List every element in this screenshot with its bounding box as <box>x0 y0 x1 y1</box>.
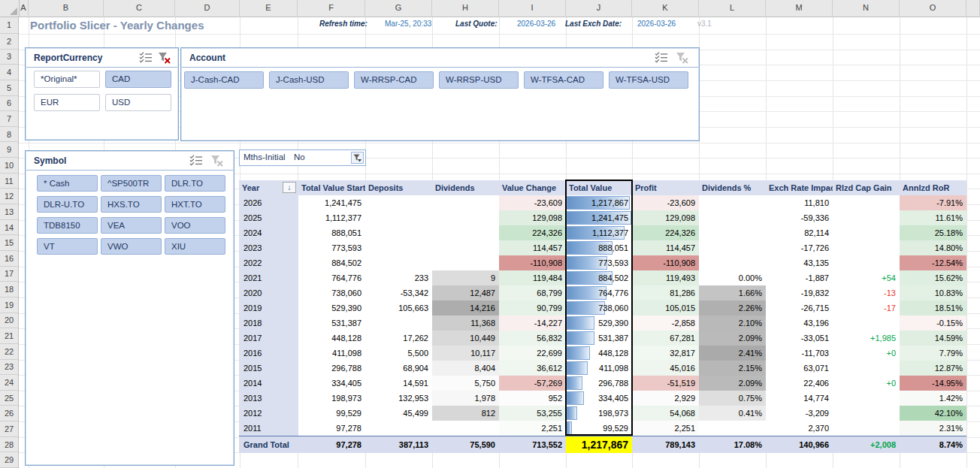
pivot-cell-rc-2026[interactable] <box>833 195 900 210</box>
slicer-item--cash[interactable]: * Cash <box>37 175 98 192</box>
row-header-28[interactable]: 28 <box>0 437 18 453</box>
row-header-3[interactable]: 3 <box>0 50 18 65</box>
pivot-cell-dep-2018[interactable] <box>365 316 432 331</box>
slicer-item-dlr-to[interactable]: DLR.TO <box>165 175 225 192</box>
pivot-cell-tv-2025[interactable]: 1,241,475 <box>566 210 632 225</box>
pivot-cell-div-2016[interactable]: 10,117 <box>432 346 499 361</box>
column-header-C[interactable]: C <box>104 0 175 16</box>
row-header-14[interactable]: 14 <box>0 220 18 236</box>
pivot-cell-rc-2023[interactable] <box>833 240 900 255</box>
pivot-cell-ror-2024[interactable]: 25.18% <box>900 225 966 240</box>
pivot-cell-rc-2018[interactable] <box>833 316 900 331</box>
pivot-cell-dp-2013[interactable]: 0.75% <box>699 391 766 406</box>
column-header-K[interactable]: K <box>632 0 699 16</box>
slicer-item--original-[interactable]: *Original* <box>34 71 100 88</box>
pivot-cell-tv-2024[interactable]: 1,112,377 <box>566 225 632 240</box>
pivot-cell-pr-2026[interactable]: -23,609 <box>632 195 699 210</box>
slicer-item-vwo[interactable]: VWO <box>101 238 162 255</box>
pivot-cell-rc-2013[interactable] <box>833 391 900 406</box>
pivot-column-header-dep[interactable]: Deposits <box>365 180 432 195</box>
pivot-cell-vc-2020[interactable]: 68,799 <box>499 285 566 300</box>
pivot-cell-pr-2018[interactable]: -2,858 <box>632 316 699 331</box>
pivot-cell-div-2023[interactable] <box>432 240 499 255</box>
pivot-cell-tvs-2015[interactable]: 296,788 <box>298 361 365 376</box>
slicer-item-w-tfsa-usd[interactable]: W-TFSA-USD <box>609 71 688 89</box>
clear-filter-icon-disabled[interactable] <box>676 52 690 65</box>
pivot-cell-tv-2017[interactable]: 531,387 <box>566 331 632 346</box>
pivot-cell-div-2021[interactable]: 9 <box>432 270 499 285</box>
pivot-cell-year-2015[interactable]: 2015 <box>239 361 298 376</box>
pivot-cell-vc-2019[interactable]: 90,799 <box>499 300 566 316</box>
pivot-cell-tvs-2014[interactable]: 334,405 <box>298 376 365 391</box>
pivot-cell-year-2018[interactable]: 2018 <box>239 316 298 331</box>
row-header-20[interactable]: 20 <box>0 313 18 329</box>
pivot-cell-div-2019[interactable]: 14,216 <box>432 300 499 316</box>
pivot-cell-div-2022[interactable] <box>432 255 499 270</box>
slicer-item-usd[interactable]: USD <box>105 94 171 111</box>
row-header-22[interactable]: 22 <box>0 344 18 360</box>
pivot-cell-dp-2019[interactable]: 2.26% <box>699 300 766 316</box>
pivot-cell-vc-2015[interactable]: 36,612 <box>499 361 566 376</box>
pivot-cell-div-2018[interactable]: 11,368 <box>432 316 499 331</box>
pivot-cell-dp-2011[interactable] <box>699 421 766 436</box>
row-header-5[interactable]: 5 <box>0 80 18 96</box>
pivot-cell-dp-2025[interactable] <box>699 210 766 225</box>
pivot-cell-dp-2021[interactable]: 0.00% <box>699 270 766 285</box>
column-header-O[interactable]: O <box>900 0 966 16</box>
pivot-column-header-rc[interactable]: Rlzd Cap Gain <box>833 180 900 195</box>
pivot-cell-div-2017[interactable]: 10,449 <box>432 331 499 346</box>
pivot-cell-tv-2015[interactable]: 411,098 <box>566 361 632 376</box>
pivot-cell-year-2024[interactable]: 2024 <box>239 225 298 240</box>
pivot-cell-ex-2019[interactable]: -26,715 <box>766 300 833 316</box>
pivot-cell-year-2026[interactable]: 2026 <box>239 195 298 210</box>
pivot-cell-ex-2025[interactable]: -59,336 <box>766 210 833 225</box>
pivot-cell-grand-total-div[interactable]: 75,590 <box>432 436 499 453</box>
pivot-cell-pr-2025[interactable]: 129,098 <box>632 210 699 225</box>
pivot-cell-tvs-2026[interactable]: 1,241,475 <box>298 195 365 210</box>
pivot-cell-tv-2022[interactable]: 773,593 <box>566 255 632 270</box>
pivot-cell-grand-total-ror[interactable]: 8.74% <box>900 436 966 453</box>
pivot-cell-rc-2015[interactable] <box>833 361 900 376</box>
pivot-cell-dep-2019[interactable]: 105,663 <box>365 300 432 316</box>
row-header-2[interactable]: 2 <box>0 34 18 50</box>
row-header-13[interactable]: 13 <box>0 204 18 220</box>
pivot-cell-ex-2021[interactable]: -1,887 <box>766 270 833 285</box>
column-header-F[interactable]: F <box>298 0 365 16</box>
pivot-cell-year-2019[interactable]: 2019 <box>239 300 298 316</box>
pivot-cell-tvs-2011[interactable]: 97,278 <box>298 421 365 436</box>
pivot-cell-pr-2012[interactable]: 54,068 <box>632 406 699 421</box>
pivot-cell-vc-2024[interactable]: 224,326 <box>499 225 566 240</box>
pivot-cell-vc-2017[interactable]: 56,832 <box>499 331 566 346</box>
pivot-cell-div-2011[interactable] <box>432 421 499 436</box>
pivot-cell-tvs-2024[interactable]: 888,051 <box>298 225 365 240</box>
pivot-cell-dep-2011[interactable] <box>365 421 432 436</box>
pivot-cell-grand-total-pr[interactable]: 789,143 <box>632 436 699 453</box>
pivot-cell-ex-2018[interactable]: 43,196 <box>766 316 833 331</box>
pivot-cell-ex-2024[interactable]: 82,114 <box>766 225 833 240</box>
pivot-cell-dp-2022[interactable] <box>699 255 766 270</box>
pivot-cell-div-2013[interactable]: 1,978 <box>432 391 499 406</box>
pivot-cell-ror-2025[interactable]: 11.61% <box>900 210 966 225</box>
slicer-item-w-rrsp-cad[interactable]: W-RRSP-CAD <box>354 71 434 89</box>
pivot-cell-rc-2025[interactable] <box>833 210 900 225</box>
slicer-item-vea[interactable]: VEA <box>101 217 162 234</box>
pivot-cell-dep-2016[interactable]: 5,500 <box>365 346 432 361</box>
pivot-cell-grand-total-ex[interactable]: 140,966 <box>766 436 833 453</box>
pivot-cell-dep-2023[interactable] <box>365 240 432 255</box>
slicer-item-w-rrsp-usd[interactable]: W-RRSP-USD <box>439 71 519 89</box>
column-header-L[interactable]: L <box>699 0 766 16</box>
pivot-cell-pr-2013[interactable]: 2,929 <box>632 391 699 406</box>
pivot-cell-rc-2021[interactable]: +54 <box>833 270 900 285</box>
pivot-cell-vc-2018[interactable]: -14,227 <box>499 316 566 331</box>
pivot-cell-div-2025[interactable] <box>432 210 499 225</box>
pivot-cell-ex-2013[interactable]: 14,774 <box>766 391 833 406</box>
pivot-cell-pr-2022[interactable]: -110,908 <box>632 255 699 270</box>
column-header-E[interactable]: E <box>240 0 298 16</box>
pivot-cell-ror-2015[interactable]: 12.87% <box>900 361 966 376</box>
pivot-cell-vc-2016[interactable]: 22,699 <box>499 346 566 361</box>
clear-filter-icon-disabled[interactable] <box>210 155 225 168</box>
pivot-cell-year-2017[interactable]: 2017 <box>239 331 298 346</box>
pivot-cell-ex-2023[interactable]: -17,726 <box>766 240 833 255</box>
pivot-cell-dp-2015[interactable]: 2.15% <box>699 361 766 376</box>
row-header-10[interactable]: 10 <box>0 158 18 174</box>
